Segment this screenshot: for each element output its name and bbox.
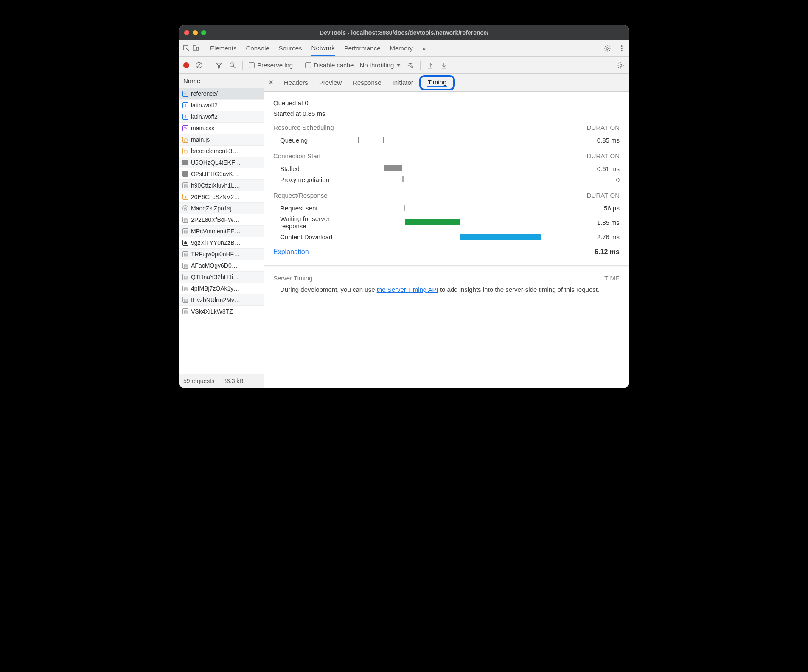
request-row[interactable]: ⊘MadqZslZpo1sj…	[179, 203, 264, 214]
svg-point-4	[621, 45, 622, 46]
timing-bar	[402, 176, 404, 182]
tab-timing[interactable]: Timing	[427, 78, 447, 87]
tab-memory[interactable]: Memory	[390, 40, 413, 56]
request-row[interactable]: ▤VSk4XiLkW8TZ	[179, 306, 264, 317]
filter-icon[interactable]	[215, 62, 223, 69]
svg-line-10	[233, 66, 236, 68]
timing-bar-area	[358, 233, 577, 241]
request-row[interactable]: O2sIJEHG9avK…	[179, 168, 264, 180]
server-timing-head: Server Timing TIME	[273, 274, 620, 282]
tab-initiator[interactable]: Initiator	[392, 74, 414, 91]
request-sidebar: Name ≡reference/Tlatin.woff2Tlatin.woff2…	[179, 74, 264, 388]
section-request: Request/Response DURATION Request sent56…	[273, 192, 620, 242]
request-row[interactable]: ▢main.js	[179, 134, 264, 146]
timing-bar-area	[358, 218, 577, 226]
separator	[242, 61, 243, 70]
request-name: TRFujw0pi0nHF…	[191, 251, 240, 258]
server-timing-api-link[interactable]: the Server Timing API	[377, 286, 438, 293]
img-file-icon	[182, 160, 188, 165]
record-button[interactable]	[183, 62, 189, 68]
request-row[interactable]: ✱9gzXiTYY0nZzB…	[179, 237, 264, 249]
font-file-icon: T	[182, 114, 188, 120]
js-file-icon: ▢	[182, 148, 188, 154]
request-row[interactable]: ≡reference/	[179, 88, 264, 100]
server-text-after: to add insights into the server-side tim…	[438, 286, 599, 293]
timing-value: 0.85 ms	[581, 137, 620, 144]
request-row[interactable]: ▤4pIMBj7zOAk1y…	[179, 283, 264, 294]
settings-icon[interactable]	[603, 45, 611, 52]
request-row[interactable]: ▢base-element-3…	[179, 146, 264, 157]
network-toolbar: Preserve log Disable cache No throttling	[179, 57, 629, 74]
request-row[interactable]: ▤IHvzbNUlrm2Mv…	[179, 294, 264, 306]
request-row[interactable]: ▤AFacMOgv6D0…	[179, 260, 264, 272]
request-count: 59 requests	[179, 374, 219, 388]
request-name: latin.woff2	[191, 102, 218, 109]
request-name: IHvzbNUlrm2Mv…	[191, 297, 240, 303]
preserve-log-checkbox[interactable]: Preserve log	[249, 62, 293, 69]
upload-har-icon[interactable]	[426, 62, 434, 69]
js-file-icon: ▢	[182, 137, 188, 143]
svg-point-3	[606, 47, 609, 49]
timing-label: Queueing	[273, 137, 354, 144]
request-name: 9gzXiTYY0nZzB…	[191, 239, 241, 246]
minimize-window-button[interactable]	[193, 30, 198, 35]
request-row[interactable]: ●20E6CLcSzNV2…	[179, 191, 264, 203]
section-connection: Connection Start DURATION Stalled0.61 ms…	[273, 152, 620, 185]
clear-icon[interactable]	[195, 62, 203, 69]
request-row[interactable]: U5OHzQL4tEKF…	[179, 157, 264, 168]
main-tabbar: Elements Console Sources Network Perform…	[179, 40, 629, 57]
duration-label: DURATION	[587, 124, 620, 131]
timing-row: Content Download2.76 ms	[273, 231, 620, 242]
maximize-window-button[interactable]	[201, 30, 206, 35]
tab-console[interactable]: Console	[246, 40, 269, 56]
timing-bar	[384, 165, 402, 171]
tab-preview[interactable]: Preview	[318, 74, 342, 91]
detail-pane: ✕ Headers Preview Response Initiator Tim…	[264, 74, 629, 388]
inspect-icon[interactable]	[182, 45, 190, 52]
request-name: main.js	[191, 136, 210, 143]
timing-value: 0.61 ms	[581, 165, 620, 172]
duration-label: DURATION	[587, 192, 620, 199]
search-icon[interactable]	[229, 62, 236, 69]
timing-value: 1.85 ms	[581, 219, 620, 226]
network-settings-icon[interactable]	[617, 62, 625, 69]
close-detail-button[interactable]: ✕	[268, 78, 274, 87]
device-toolbar-icon[interactable]	[192, 45, 199, 52]
request-row[interactable]: ▤h90CtfziXluvh1L…	[179, 180, 264, 191]
disable-cache-checkbox[interactable]: Disable cache	[305, 62, 354, 69]
divider	[264, 265, 629, 268]
network-conditions-icon[interactable]	[407, 62, 414, 69]
request-row[interactable]: Tlatin.woff2	[179, 111, 264, 123]
img-file-icon	[182, 171, 188, 177]
explanation-link[interactable]: Explanation	[273, 248, 309, 256]
throttling-dropdown[interactable]: No throttling	[359, 62, 401, 69]
kebab-menu-icon[interactable]	[618, 45, 626, 52]
timing-bar-area	[358, 176, 577, 183]
gear-file-icon: ✱	[182, 240, 188, 246]
request-row[interactable]: Tlatin.woff2	[179, 100, 264, 111]
tab-elements[interactable]: Elements	[210, 40, 237, 56]
tab-response[interactable]: Response	[352, 74, 382, 91]
download-har-icon[interactable]	[440, 62, 448, 69]
timing-value: 56 µs	[581, 204, 620, 212]
started-at-text: Started at 0.85 ms	[273, 110, 620, 117]
request-row[interactable]: ▤2P2L80XfBoFW…	[179, 214, 264, 226]
other-file-icon: ▤	[182, 297, 188, 303]
other-file-icon: ▤	[182, 263, 188, 269]
other-file-icon: ▤	[182, 251, 188, 257]
request-row[interactable]: ▤QTDnaY32hLDi…	[179, 272, 264, 283]
request-name: h90CtfziXluvh1L…	[191, 182, 240, 189]
close-window-button[interactable]	[184, 30, 189, 35]
tab-headers[interactable]: Headers	[283, 74, 309, 91]
request-row[interactable]: ▤MPcVmmemtEE…	[179, 226, 264, 237]
request-row[interactable]: ▤TRFujw0pi0nHF…	[179, 249, 264, 260]
preserve-log-label: Preserve log	[257, 62, 293, 69]
request-name: base-element-3…	[191, 148, 238, 154]
svg-rect-1	[193, 45, 196, 50]
request-row[interactable]: ✎main.css	[179, 123, 264, 134]
tab-performance[interactable]: Performance	[344, 40, 381, 56]
tab-sources[interactable]: Sources	[279, 40, 302, 56]
tab-network[interactable]: Network	[311, 40, 335, 56]
request-list[interactable]: ≡reference/Tlatin.woff2Tlatin.woff2✎main…	[179, 88, 264, 374]
tab-more[interactable]: »	[422, 40, 426, 56]
